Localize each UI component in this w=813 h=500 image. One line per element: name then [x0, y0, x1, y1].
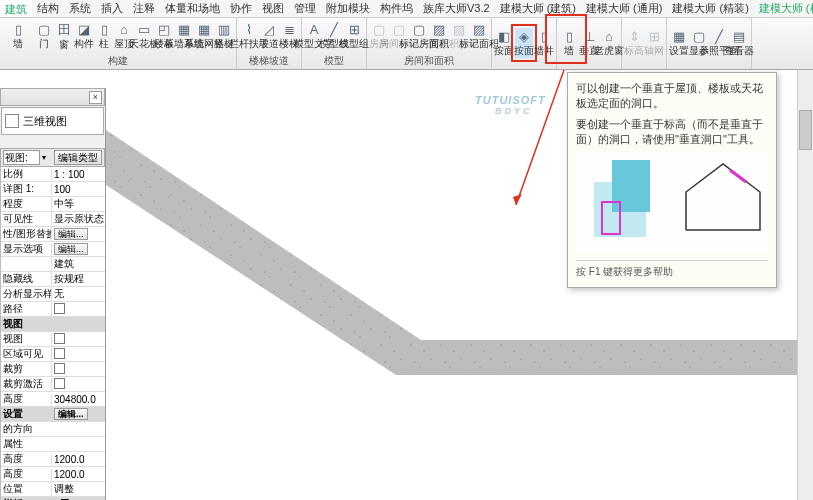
ribbon-button-栏杆扶手[interactable]: ⌇栏杆扶手: [240, 21, 258, 51]
ribbon-button-label: 柱: [99, 37, 109, 51]
tooltip-panel: 可以创建一个垂直于屋顶、楼板或天花板选定面的洞口。 要创建一个垂直于标高（而不是…: [567, 72, 777, 288]
ribbon-button-幕墙网格[interactable]: ▦幕墙网格: [195, 21, 213, 51]
property-value[interactable]: 1 : 100: [51, 169, 105, 180]
ribbon-group-label: 构建: [3, 53, 233, 68]
面积边界-icon: ▨: [451, 22, 467, 37]
edit-type-button[interactable]: 编辑类型: [54, 150, 102, 165]
ribbon-tab[interactable]: 建模大师 (建筑): [495, 0, 581, 18]
property-row: 分析显示样式无: [1, 287, 105, 302]
ribbon-tab[interactable]: 附加模块: [321, 0, 375, 18]
property-value[interactable]: [51, 348, 105, 361]
project-browser-item[interactable]: 三维视图: [1, 107, 104, 135]
property-value[interactable]: 1200.0: [51, 454, 105, 465]
property-value[interactable]: 中等: [51, 197, 105, 211]
property-key: 位置: [1, 482, 51, 496]
ribbon-button-柱[interactable]: ▯柱: [95, 21, 113, 51]
view-type-select[interactable]: 视图: 三维): [3, 150, 40, 165]
ribbon-group: ▦设置▢显示╱参照平面▤查看器: [667, 18, 752, 69]
ribbon-tab[interactable]: 建模大师 (通用): [581, 0, 667, 18]
property-value[interactable]: 编辑...: [51, 228, 105, 241]
ribbon-tab[interactable]: 族库大师V3.2: [418, 0, 495, 18]
ribbon-button-按面[interactable]: ◈按面: [515, 28, 533, 58]
ribbon-tab[interactable]: 系统: [64, 0, 96, 18]
checkbox-icon[interactable]: [54, 333, 65, 344]
ribbon-button-label: 模型组: [339, 37, 369, 51]
property-key: 可见性: [1, 212, 51, 226]
vertical-scrollbar[interactable]: [797, 70, 813, 500]
ribbon-tab[interactable]: 结构: [32, 0, 64, 18]
标记面积-icon: ▨: [471, 22, 487, 37]
ribbon-button-按面[interactable]: ◧按面: [495, 28, 513, 58]
property-value[interactable]: 100: [51, 184, 105, 195]
面积-icon: ▨: [431, 22, 447, 37]
edit-button[interactable]: 编辑...: [54, 408, 88, 420]
property-value[interactable]: 建筑: [51, 257, 105, 271]
ribbon-tab[interactable]: 协作: [225, 0, 257, 18]
墙-icon: ▯: [10, 22, 26, 37]
property-key: 程度: [1, 197, 51, 211]
tooltip-text-1: 可以创建一个垂直于屋顶、楼板或天花板选定面的洞口。: [576, 81, 768, 111]
模型线-icon: ╱: [326, 22, 342, 37]
scrollbar-thumb[interactable]: [799, 110, 812, 150]
查看器-icon: ▤: [731, 29, 747, 44]
property-key: 路径: [1, 302, 51, 316]
property-value[interactable]: 304800.0: [51, 394, 105, 405]
ribbon-button-窗[interactable]: 田窗: [55, 21, 73, 51]
property-value[interactable]: 按规程: [51, 272, 105, 286]
ribbon-group-label: [495, 67, 553, 68]
ribbon-button-墙井[interactable]: ▯墙井: [535, 28, 553, 58]
edit-button[interactable]: 编辑...: [54, 243, 88, 255]
property-value[interactable]: [51, 333, 105, 346]
ribbon-button-label: 查看器: [724, 44, 754, 58]
ribbon-button-构件[interactable]: ◪构件: [75, 21, 93, 51]
tooltip-illustration: [576, 152, 768, 252]
ribbon-tab[interactable]: 管理: [289, 0, 321, 18]
ribbon-tab[interactable]: 建模大师 (机电): [754, 0, 813, 18]
ribbon-button-标高: ⇕标高: [625, 28, 643, 58]
按面-icon: ◈: [516, 29, 532, 44]
ribbon-button-模型组[interactable]: ⊞模型组: [345, 21, 363, 51]
property-value[interactable]: 1200.0: [51, 469, 105, 480]
设置-icon: ▦: [671, 29, 687, 44]
ribbon-button-墙[interactable]: ▯墙: [3, 21, 33, 51]
ribbon-tab[interactable]: 建筑: [0, 0, 32, 18]
edit-button[interactable]: 编辑...: [54, 228, 88, 240]
ribbon-tab[interactable]: 构件坞: [375, 0, 418, 18]
ribbon-button-查看器[interactable]: ▤查看器: [730, 28, 748, 58]
ribbon-tab[interactable]: 建模大师 (精装): [667, 0, 753, 18]
checkbox-icon[interactable]: [54, 348, 65, 359]
ribbon-group-label: [560, 67, 618, 68]
checkbox-icon[interactable]: [54, 303, 65, 314]
ribbon-button-label: 按面: [494, 44, 514, 58]
竖梃-icon: ▥: [216, 22, 232, 37]
ribbon-button-墙[interactable]: ▯墙: [560, 28, 578, 58]
ribbon-tab[interactable]: 视图: [257, 0, 289, 18]
property-row: 隐藏线按规程: [1, 272, 105, 287]
property-value[interactable]: 编辑...: [51, 408, 105, 421]
property-value[interactable]: [51, 363, 105, 376]
property-value[interactable]: 编辑...: [51, 243, 105, 256]
checkbox-icon[interactable]: [54, 378, 65, 389]
checkbox-icon[interactable]: [54, 363, 65, 374]
ribbon-button-天花板[interactable]: ▭天花板: [135, 21, 153, 51]
property-value[interactable]: [51, 303, 105, 316]
property-value[interactable]: 无: [51, 287, 105, 301]
ribbon-button-坡道[interactable]: ◿坡道: [260, 21, 278, 51]
ribbon-button-门[interactable]: ▢门: [35, 21, 53, 51]
property-key: 显示选项: [1, 242, 51, 256]
property-section: 设置编辑...: [1, 407, 105, 422]
property-value[interactable]: 调整: [51, 482, 105, 496]
close-icon[interactable]: ×: [89, 91, 102, 104]
幕墙网格-icon: ▦: [196, 22, 212, 37]
ribbon-tab[interactable]: 注释: [128, 0, 160, 18]
ribbon-button-label: 按面: [514, 44, 534, 58]
ribbon-tab[interactable]: 插入: [96, 0, 128, 18]
property-key: 高度: [1, 467, 51, 481]
ribbon-button-设置[interactable]: ▦设置: [670, 28, 688, 58]
property-key: 区域可见: [1, 347, 51, 361]
ribbon-button-老虎窗[interactable]: ⌂老虎窗: [600, 28, 618, 58]
ribbon-tab[interactable]: 体量和场地: [160, 0, 225, 18]
property-value[interactable]: 显示原状态: [51, 212, 105, 226]
properties-header: 视图: 三维) ▾ 编辑类型: [0, 148, 105, 167]
property-value[interactable]: [51, 378, 105, 391]
